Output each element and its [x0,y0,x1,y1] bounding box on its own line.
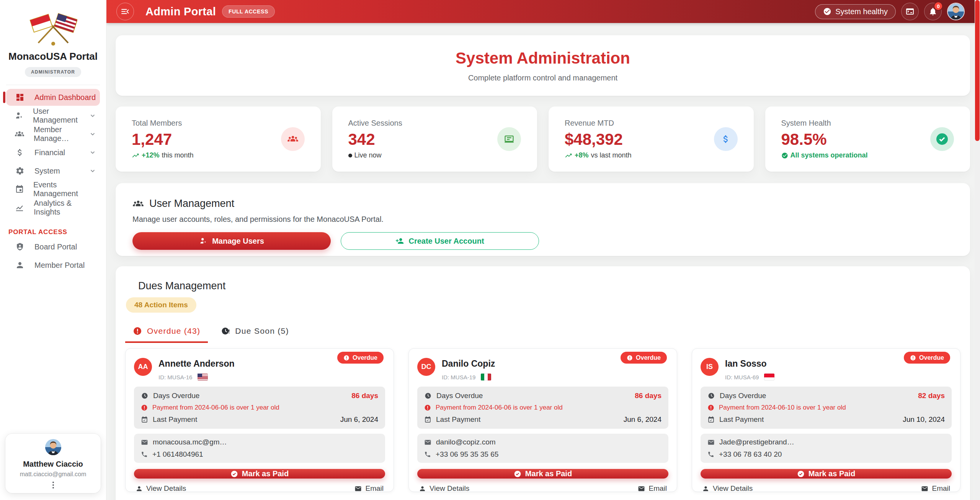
dues-cards-row: AA Annette Anderson ID: MUSA-16 Overdue [125,348,960,492]
sidebar-item-events-management[interactable]: Events Management [6,181,100,198]
error-circle-icon [133,326,142,336]
hero-banner: System Administration Complete platform … [116,35,970,96]
brand-title: MonacoUSA Portal [0,51,106,62]
sidebar-item-member-management[interactable]: Member Manage… [6,126,100,143]
member-card: AA Annette Anderson ID: MUSA-16 Overdue [125,348,394,492]
days-overdue-value: 86 days [635,392,662,400]
hero-title: System Administration [456,49,630,67]
stat-trend: +8% [575,151,589,159]
role-badge: ADMINISTRATOR [25,67,81,77]
stat-label: Revenue MTD [565,119,632,128]
status-badge: Overdue [337,352,384,364]
stat-label: Active Sessions [348,119,402,128]
email-link[interactable]: Email [921,484,950,493]
vertical-scrollbar[interactable] [975,0,980,500]
person-add-icon [395,237,404,245]
phone-icon [424,451,431,458]
sidebar-item-financial[interactable]: Financial [6,144,100,161]
calendar-icon [141,416,148,423]
header-avatar[interactable] [947,3,965,20]
sidebar-item-user-management[interactable]: User Management [6,107,100,124]
stat-sub-text: vs last month [591,151,632,159]
divider [6,85,100,85]
overdue-info-panel: Days Overdue 82 days Payment from 2024-0… [701,387,952,429]
stat-sub-text: All systems operational [791,151,868,159]
stat-trend: +12% [142,151,160,159]
last-payment-date: Jun 10, 2024 [903,415,945,424]
stat-card-total-members: Total Members 1,247 +12% this month [116,107,321,172]
mark-as-paid-button[interactable]: Mark as Paid [134,469,385,479]
person-gear-icon [15,110,24,121]
overdue-info-panel: Days Overdue 86 days Payment from 2024-0… [134,387,385,429]
dues-management-panel: Dues Management 48 Action Items Overdue … [116,266,970,500]
italy-flag-icon [481,374,491,380]
manage-users-button[interactable]: Manage Users [132,232,331,250]
phone-icon [707,451,714,458]
mark-as-paid-button[interactable]: Mark as Paid [417,469,668,479]
chevron-down-icon [89,149,96,156]
clock-icon [424,392,432,400]
chevron-down-icon [89,131,96,138]
member-email: monacousa.mc@gm… [153,438,227,446]
kebab-menu-icon[interactable] [9,482,97,489]
view-details-link[interactable]: View Details [419,484,469,493]
dashboard-icon [15,92,25,103]
check-circle-icon [514,470,521,478]
gear-icon [15,166,25,176]
access-badge: FULL ACCESS [222,5,275,18]
contact-panel: Jade@prestigebrand… +33 06 78 63 40 20 [701,434,952,463]
line-chart-icon [15,202,24,213]
check-circle-icon [823,7,831,16]
sidebar-item-analytics[interactable]: Analytics & Insights [6,199,100,216]
sidebar-item-label: System [34,167,60,175]
email-link[interactable]: Email [638,484,667,493]
view-details-link[interactable]: View Details [702,484,753,493]
create-user-account-button[interactable]: Create User Account [341,232,539,250]
clock-icon [707,392,715,400]
sidebar-item-system[interactable]: System [6,162,100,179]
tab-overdue[interactable]: Overdue (43) [125,322,208,343]
email-link[interactable]: Email [354,484,384,493]
main-content: System Administration Complete platform … [106,23,980,500]
tab-due-soon[interactable]: Due Soon (5) [213,322,297,343]
sidebar-item-member-portal[interactable]: Member Portal [6,257,100,274]
portal-access-nav: Board Portal Member Portal [0,237,106,275]
days-overdue-value: 82 days [918,392,945,400]
status-badge: Overdue [621,352,667,364]
scrollbar-thumb[interactable] [975,0,980,141]
stat-sub-text: this month [162,151,194,159]
sidebar-item-label: Member Portal [34,261,85,270]
member-id: ID: MUSA-16 [158,374,192,380]
trending-up-icon [132,152,139,159]
last-payment-label: Last Payment [436,415,480,424]
menu-toggle-button[interactable] [116,3,134,20]
terminal-button[interactable] [901,3,919,20]
email-icon [921,485,928,492]
last-payment-date: Jun 6, 2024 [624,415,662,424]
sidebar-item-admin-dashboard[interactable]: Admin Dashboard [6,89,100,106]
monaco-flag-icon [764,374,774,380]
member-phone: +1 0614804961 [152,450,203,459]
member-phone: +33 06 95 35 35 65 [436,450,498,459]
member-email: danilo@copiz.com [436,438,496,446]
calendar-icon [424,416,431,423]
member-name: Ian Sosso [725,359,774,369]
dollar-icon [714,127,738,151]
check-circle-icon [797,470,805,478]
notifications-button[interactable]: 0 [924,3,942,20]
error-circle-icon [424,404,431,411]
groups-icon [281,127,305,151]
panel-title: User Management [149,198,234,210]
view-details-link[interactable]: View Details [136,484,186,493]
shield-check-icon [930,127,954,151]
person-icon [419,485,426,492]
error-circle-icon [707,404,714,411]
email-icon [141,439,148,446]
dues-title: Dues Management [138,280,960,292]
mark-as-paid-button[interactable]: Mark as Paid [701,469,952,479]
email-icon [707,439,715,446]
sidebar-item-board-portal[interactable]: Board Portal [6,238,100,255]
stat-label: Total Members [132,119,194,128]
avatar: AA [134,358,152,376]
email-icon [424,439,431,446]
